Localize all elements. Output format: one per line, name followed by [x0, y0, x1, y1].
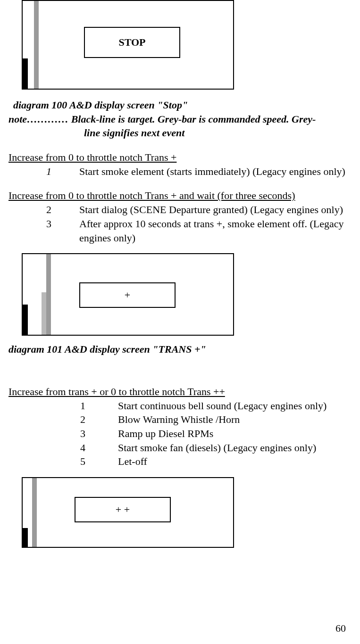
note-prefix: note…………	[8, 113, 68, 125]
diagram-101-caption: diagram 101 A&D display screen "TRANS +"	[8, 342, 352, 356]
list-text: After approx 10 seconds at trans +, smok…	[79, 217, 352, 245]
caption-text: diagram 101 A&D display screen "TRANS +"	[8, 343, 206, 355]
list-item: 3 Ramp up Diesel RPMs	[80, 427, 352, 441]
list-number: 3	[46, 217, 79, 245]
diagram-100-caption: diagram 100 A&D display screen "Stop"	[8, 98, 352, 112]
note-text-2: line signifies next event	[84, 127, 184, 139]
list-text: Blow Warning Whistle /Horn	[118, 413, 352, 427]
list-text: Start smoke element (starts immediately)…	[79, 165, 352, 179]
list-text: Let-off	[118, 454, 352, 469]
list-item: 2 Blow Warning Whistle /Horn	[80, 413, 352, 427]
black-line-target	[23, 305, 28, 335]
list-text: Start smoke fan (diesels) (Legacy engine…	[118, 441, 352, 455]
diagram-100-label: STOP	[118, 35, 145, 50]
diagram-102-box: + +	[22, 477, 234, 548]
section-3-list: 1 Start continuous bell sound (Legacy en…	[8, 399, 352, 469]
section-3-heading: Increase from trans + or 0 to throttle n…	[8, 385, 352, 399]
section-1-list: 1 Start smoke element (starts immediatel…	[8, 165, 352, 179]
list-text: Start continuous bell sound (Legacy engi…	[118, 399, 352, 413]
diagram-label-box: +	[79, 282, 176, 308]
diagram-101-label: +	[125, 288, 130, 302]
list-item: 1 Start smoke element (starts immediatel…	[46, 165, 352, 179]
list-text: Start dialog (SCENE Departure granted) (…	[79, 203, 352, 217]
grey-line-indicator	[32, 478, 37, 547]
section-2-heading: Increase from 0 to throttle notch Trans …	[8, 189, 352, 203]
note-text-1: Black-line is target. Grey-bar is comman…	[71, 113, 316, 125]
list-item: 2 Start dialog (SCENE Departure granted)…	[46, 203, 352, 217]
list-item: 3 After approx 10 seconds at trans +, sm…	[46, 217, 352, 245]
list-number: 2	[80, 413, 118, 427]
diagram-label-box: STOP	[84, 27, 180, 58]
list-item: 4 Start smoke fan (diesels) (Legacy engi…	[80, 441, 352, 455]
list-number: 1	[46, 165, 79, 179]
list-number: 5	[80, 454, 118, 469]
list-number: 2	[46, 203, 79, 217]
section-2-list: 2 Start dialog (SCENE Departure granted)…	[8, 203, 352, 245]
list-number: 4	[80, 441, 118, 455]
diagram-100-note-line2: line signifies next event	[8, 126, 352, 140]
list-item: 1 Start continuous bell sound (Legacy en…	[80, 399, 352, 413]
diagram-label-box: + +	[75, 497, 171, 522]
list-item: 5 Let-off	[80, 454, 352, 469]
diagram-100-note-line1: note………… Black-line is target. Grey-bar …	[8, 112, 352, 126]
black-line-target	[23, 528, 28, 547]
list-text: Ramp up Diesel RPMs	[118, 427, 352, 441]
diagram-102-label: + +	[116, 503, 130, 517]
caption-text: diagram 100 A&D display screen "Stop"	[13, 99, 188, 111]
black-line-target	[23, 58, 28, 89]
grey-line-indicator	[46, 254, 51, 335]
page-number: 60	[335, 621, 346, 636]
grey-line-indicator	[34, 1, 39, 89]
grey-bar-indicator	[42, 292, 46, 335]
list-number: 3	[80, 427, 118, 441]
diagram-100-box: STOP	[22, 0, 234, 90]
section-1-heading: Increase from 0 to throttle notch Trans …	[8, 150, 352, 165]
diagram-101-box: +	[22, 253, 234, 336]
list-number: 1	[80, 399, 118, 413]
